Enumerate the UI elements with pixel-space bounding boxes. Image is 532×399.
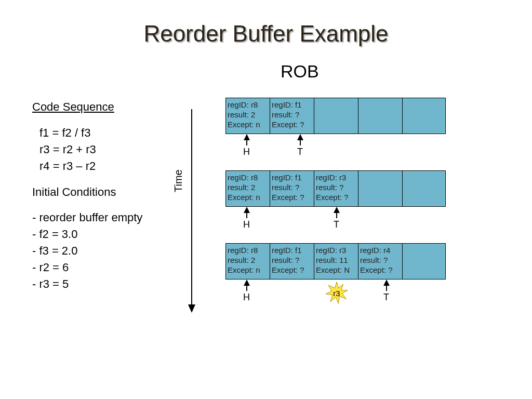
- rob-cell: regID: r8 result: 2 Except: n: [226, 98, 270, 134]
- rob-cell: [403, 98, 445, 134]
- rob-cell: regID: f1 result: ? Except: ?: [270, 171, 314, 206]
- rob-cell: [403, 171, 445, 206]
- initial-conditions-heading: Initial Conditions: [32, 184, 142, 201]
- head-pointer: H: [243, 281, 250, 303]
- rob-cell: regID: r8 result: 2 Except: n: [226, 171, 270, 206]
- rob-cell: regID: f1 result: ? Except: ?: [270, 98, 314, 134]
- rob-row: regID: r8 result: 2 Except: nregID: f1 r…: [225, 243, 446, 280]
- init-line: - r2 = 6: [32, 259, 142, 276]
- rob-row: regID: r8 result: 2 Except: nregID: f1 r…: [225, 98, 446, 134]
- head-pointer: H: [243, 135, 250, 157]
- rob-cell: regID: r3 result: 11 Except: N: [314, 244, 358, 279]
- tail-pointer: T: [334, 208, 339, 230]
- init-line: - r3 = 5: [32, 276, 142, 292]
- rob-heading: ROB: [281, 61, 319, 82]
- rob-cell: [358, 98, 403, 134]
- init-line: - reorder buffer empty: [32, 209, 142, 226]
- code-sequence-heading: Code Sequence: [32, 99, 142, 115]
- rob-cell: [314, 98, 358, 134]
- rob-cell: regID: f1 result: ? Except: ?: [270, 244, 314, 279]
- slide-title: Reorder Buffer Example: [0, 21, 532, 47]
- init-line: - f3 = 2.0: [32, 243, 142, 259]
- rob-cell: regID: r8 result: 2 Except: n: [226, 244, 270, 279]
- tail-pointer: T: [297, 135, 303, 157]
- tail-pointer: T: [383, 281, 389, 303]
- time-axis-label: Time: [172, 169, 184, 192]
- star-burst-icon: r3: [325, 282, 348, 304]
- rob-cell: regID: r3 result: ? Except: ?: [314, 171, 358, 206]
- rob-cell: [403, 244, 445, 279]
- code-line: r4 = r3 – r2: [32, 158, 142, 175]
- init-line: - f2 = 3.0: [32, 226, 142, 243]
- head-pointer: H: [243, 208, 250, 230]
- rob-row: regID: r8 result: 2 Except: nregID: f1 r…: [225, 170, 446, 207]
- left-panel: Code Sequence f1 = f2 / f3 r3 = r2 + r3 …: [32, 99, 142, 292]
- code-line: f1 = f2 / f3: [32, 125, 142, 141]
- rob-cell: [358, 171, 403, 206]
- rob-cell: regID: r4 result: ? Except: ?: [358, 244, 403, 279]
- time-axis-arrow: [191, 109, 192, 312]
- code-line: r3 = r2 + r3: [32, 141, 142, 158]
